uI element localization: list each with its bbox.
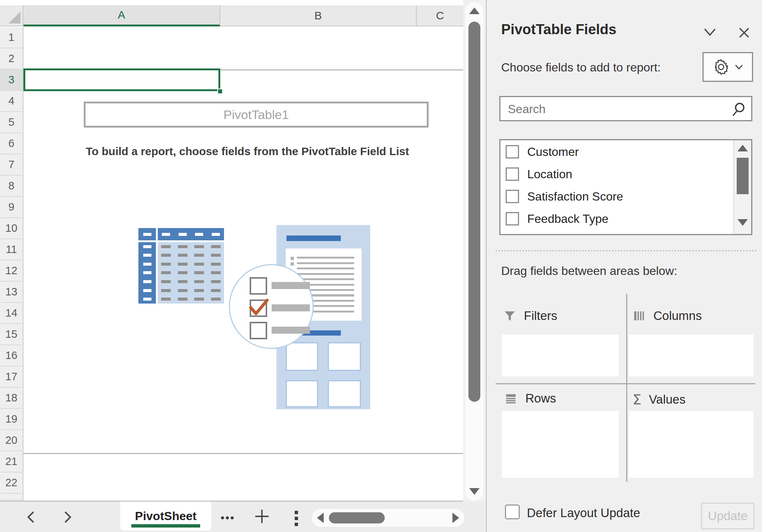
- more-sheets-icon[interactable]: [221, 514, 236, 521]
- drag-fields-label: Drag fields between areas below:: [501, 264, 677, 278]
- update-button[interactable]: Update: [701, 503, 755, 529]
- field-label: Feedback Type: [527, 212, 608, 226]
- add-sheet-icon[interactable]: [254, 508, 270, 525]
- illustration-field-picker-circle: [229, 264, 314, 349]
- column-header-c[interactable]: C: [417, 5, 463, 26]
- pane-title: PivotTable Fields: [501, 22, 617, 38]
- row-header-20[interactable]: 20: [0, 430, 23, 451]
- quadrant-horizontal-divider: [496, 383, 755, 384]
- field-list-scroll-up-icon[interactable]: [737, 145, 748, 151]
- field-label: Customer: [527, 145, 579, 159]
- row-header-9[interactable]: 9: [0, 197, 23, 218]
- fill-handle[interactable]: [217, 89, 223, 94]
- selected-cell-a3[interactable]: [23, 68, 220, 91]
- row-header-8[interactable]: 8: [0, 176, 23, 197]
- row-header-3[interactable]: 3: [0, 70, 23, 91]
- pane-dotted-separator: [496, 250, 757, 251]
- row-header-7[interactable]: 7: [0, 154, 23, 176]
- column-header-b[interactable]: B: [220, 5, 417, 26]
- defer-layout-update-checkbox[interactable]: [505, 504, 520, 519]
- gear-icon: [712, 58, 730, 76]
- field-item-customer[interactable]: Customer: [500, 145, 720, 158]
- pivottable-prompt-text: To build a report, choose fields from th…: [86, 145, 409, 158]
- illustration-source-table: [138, 228, 224, 304]
- row-header-6[interactable]: 6: [0, 133, 23, 154]
- filters-label: Filters: [524, 309, 557, 323]
- field-list-scrollbar[interactable]: [733, 140, 751, 234]
- sheet-options-kebab-icon[interactable]: [295, 508, 298, 529]
- next-sheet-icon[interactable]: [61, 510, 74, 525]
- row-header-2[interactable]: 2: [0, 48, 23, 70]
- pane-close-icon[interactable]: [737, 25, 752, 40]
- row-header-13[interactable]: 13: [0, 282, 23, 303]
- gear-dropdown-chevron-icon: [734, 63, 744, 71]
- row-header-21[interactable]: 21: [0, 451, 23, 472]
- columns-drop-area[interactable]: [629, 334, 753, 376]
- search-icon[interactable]: [730, 102, 746, 117]
- field-list-scroll-down-icon[interactable]: [737, 219, 748, 226]
- select-all-corner[interactable]: [0, 5, 23, 26]
- vertical-scrollbar-region: [463, 0, 486, 532]
- vertical-scrollbar-thumb[interactable]: [468, 22, 480, 402]
- pivottable-name-box[interactable]: PivotTable1: [84, 102, 429, 128]
- select-all-triangle-icon: [9, 12, 20, 23]
- rows-lines-icon: [504, 392, 518, 405]
- row-header-18[interactable]: 18: [0, 388, 23, 409]
- defer-layout-update-label: Defer Layout Update: [527, 506, 640, 520]
- search-box: [499, 96, 752, 121]
- search-input[interactable]: [507, 97, 717, 121]
- field-checkbox[interactable]: [506, 212, 519, 225]
- horizontal-scrollbar-thumb[interactable]: [329, 512, 385, 523]
- sigma-icon: Σ: [633, 391, 641, 408]
- illustration-checkbox-unchecked: [250, 322, 267, 339]
- row-header-1[interactable]: 1: [0, 27, 23, 48]
- row-header-19[interactable]: 19: [0, 409, 23, 430]
- scroll-up-arrow-icon[interactable]: [469, 7, 480, 14]
- field-list: Customer Location Satisfaction Score Fee…: [499, 139, 752, 235]
- row-header-22[interactable]: 22: [0, 472, 23, 494]
- row-header-4[interactable]: 4: [0, 91, 23, 112]
- scroll-down-arrow-icon[interactable]: [469, 488, 480, 495]
- field-item-feedback-type[interactable]: Feedback Type: [500, 212, 720, 225]
- row-header-12[interactable]: 12: [0, 260, 23, 282]
- columns-area-header: Columns: [633, 309, 702, 323]
- field-checkbox[interactable]: [506, 190, 519, 203]
- checkmark-icon: [248, 297, 269, 317]
- previous-sheet-icon[interactable]: [25, 510, 37, 525]
- active-tab-underline: [131, 524, 200, 528]
- row-header-10[interactable]: 10: [0, 218, 23, 239]
- row-header-17[interactable]: 17: [0, 366, 23, 388]
- row-header-14[interactable]: 14: [0, 303, 23, 324]
- pane-chevron-down-icon[interactable]: [702, 26, 718, 39]
- sheet-tab-pivotsheet[interactable]: PivotSheet: [120, 501, 211, 531]
- field-item-satisfaction-score[interactable]: Satisfaction Score: [500, 190, 720, 203]
- values-area-header: Σ Values: [633, 391, 685, 408]
- illustration-checkbox-unchecked: [250, 277, 267, 295]
- field-checkbox[interactable]: [506, 167, 519, 181]
- scroll-left-arrow-icon[interactable]: [317, 513, 324, 523]
- sheet-tab-bar: PivotSheet: [0, 501, 486, 532]
- pivottable-fields-pane: PivotTable Fields Choose fields to add t…: [487, 0, 762, 532]
- column-header-a[interactable]: A: [23, 5, 220, 26]
- filters-drop-area[interactable]: [502, 334, 619, 376]
- values-drop-area[interactable]: [629, 411, 753, 478]
- row-header-partial[interactable]: [0, 494, 23, 500]
- scroll-right-arrow-icon[interactable]: [452, 513, 459, 523]
- row-header-16[interactable]: 16: [0, 345, 23, 366]
- field-item-location[interactable]: Location: [500, 167, 720, 181]
- tools-gear-button[interactable]: [702, 52, 753, 82]
- row-header-15[interactable]: 15: [0, 324, 23, 345]
- rows-drop-area[interactable]: [502, 411, 619, 478]
- row-header-11[interactable]: 11: [0, 239, 23, 260]
- columns-label: Columns: [653, 309, 702, 323]
- field-label: Satisfaction Score: [527, 190, 623, 203]
- sheet-tab-label: PivotSheet: [135, 509, 196, 523]
- rows-area-header: Rows: [504, 391, 556, 406]
- horizontal-scrollbar-track[interactable]: [312, 509, 464, 527]
- columns-bars-icon: [633, 309, 646, 323]
- values-label: Values: [649, 392, 685, 407]
- choose-fields-label: Choose fields to add to report:: [501, 61, 661, 74]
- field-checkbox[interactable]: [506, 145, 519, 158]
- row-header-5[interactable]: 5: [0, 112, 23, 133]
- field-list-scrollbar-thumb[interactable]: [737, 158, 749, 194]
